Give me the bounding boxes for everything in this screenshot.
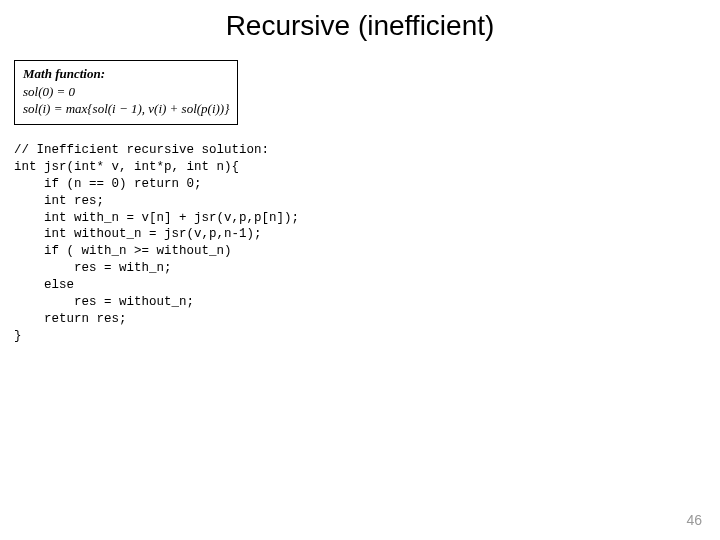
code-line: res = with_n; [14,261,172,275]
math-label: Math function: [23,65,229,83]
page-title: Recursive (inefficient) [0,10,720,42]
code-line: int jsr(int* v, int*p, int n){ [14,160,239,174]
code-line: // Inefficient recursive solution: [14,143,269,157]
code-line: else [14,278,74,292]
code-line: int without_n = jsr(v,p,n-1); [14,227,262,241]
code-line: if ( with_n >= without_n) [14,244,232,258]
page-number: 46 [686,512,702,528]
slide: Recursive (inefficient) Math function: s… [0,0,720,540]
code-line: if (n == 0) return 0; [14,177,202,191]
math-eq-1: sol(0) = 0 [23,83,229,101]
math-eq-2: sol(i) = max{sol(i − 1), v(i) + sol(p(i)… [23,100,229,118]
code-line: int with_n = v[n] + jsr(v,p,p[n]); [14,211,299,225]
math-function-box: Math function: sol(0) = 0 sol(i) = max{s… [14,60,238,125]
code-line: int res; [14,194,104,208]
code-line: res = without_n; [14,295,194,309]
code-block: // Inefficient recursive solution: int j… [14,142,299,345]
code-line: } [14,329,22,343]
code-line: return res; [14,312,127,326]
